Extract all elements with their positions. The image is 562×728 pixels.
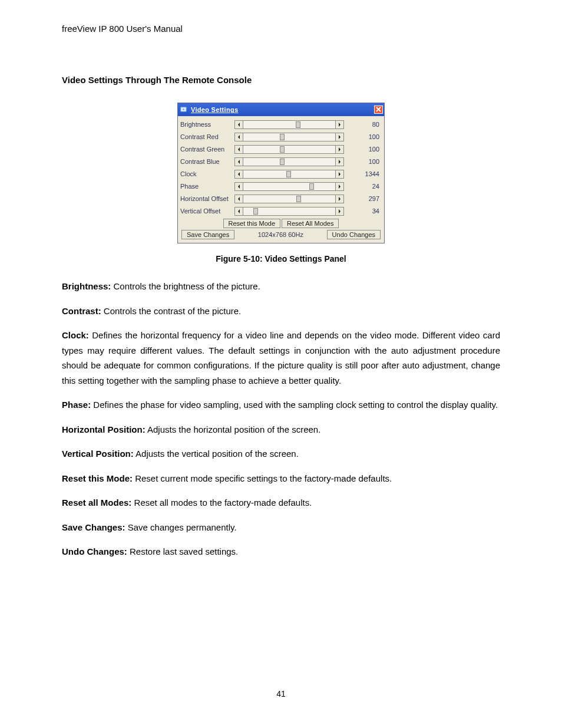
term-resetall: Reset all Modes: — [62, 498, 131, 508]
slider-thumb[interactable] — [309, 183, 314, 190]
slider-thumb[interactable] — [280, 146, 285, 153]
reset-this-mode-button[interactable]: Reset this Mode — [223, 219, 280, 228]
slider-label: Contrast Green — [180, 146, 234, 153]
text-resetmode: Reset current mode specific settings to … — [133, 473, 392, 483]
slider-track[interactable] — [243, 182, 335, 191]
slider-value: 100 — [344, 133, 382, 140]
section-title: Video Settings Through The Remote Consol… — [62, 75, 500, 85]
arrow-right-icon[interactable] — [335, 170, 344, 179]
para-contrast: Contrast: Controls the contrast of the p… — [62, 304, 500, 319]
svg-point-1 — [183, 108, 184, 110]
slider-track[interactable] — [243, 133, 335, 141]
slider-value: 80 — [344, 121, 382, 128]
slider[interactable] — [234, 195, 344, 203]
video-settings-panel: Video Settings Brightness80Contrast Red1… — [177, 103, 385, 243]
text-resetall: Reset all modes to the factory-made defa… — [131, 498, 312, 508]
slider[interactable] — [234, 182, 344, 191]
mode-label: 1024x768 60Hz — [234, 231, 326, 238]
para-undo: Undo Changes: Restore last saved setting… — [62, 544, 500, 559]
text-hpos: Adjusts the horizontal position of the s… — [146, 424, 321, 434]
term-contrast: Contrast: — [62, 306, 101, 316]
slider-value: 297 — [344, 195, 382, 202]
slider-track[interactable] — [243, 157, 335, 166]
text-phase: Defines the phase for video sampling, us… — [91, 400, 498, 410]
slider[interactable] — [234, 133, 344, 141]
slider[interactable] — [234, 207, 344, 216]
slider-value: 24 — [344, 183, 382, 190]
close-icon — [376, 107, 381, 113]
slider-row: Phase24 — [180, 180, 382, 192]
slider-row: Vertical Offset34 — [180, 205, 382, 217]
arrow-right-icon[interactable] — [335, 182, 344, 191]
arrow-right-icon[interactable] — [335, 145, 344, 154]
text-undo: Restore last saved settings. — [127, 546, 238, 556]
slider-value: 100 — [344, 158, 382, 165]
text-brightness: Controls the brightness of the picture. — [111, 281, 260, 291]
term-phase: Phase: — [62, 400, 91, 410]
slider-row: Clock1344 — [180, 168, 382, 180]
para-phase: Phase: Defines the phase for video sampl… — [62, 397, 500, 413]
term-vpos: Vertical Position: — [62, 449, 134, 459]
para-save: Save Changes: Save changes permanently. — [62, 520, 500, 535]
slider-row: Contrast Blue100 — [180, 156, 382, 167]
slider-thumb[interactable] — [296, 196, 301, 202]
arrow-right-icon[interactable] — [335, 157, 344, 166]
arrow-left-icon[interactable] — [234, 195, 243, 203]
reset-all-modes-button[interactable]: Reset All Modes — [282, 219, 339, 228]
slider-track[interactable] — [243, 195, 335, 203]
slider-thumb[interactable] — [296, 121, 300, 128]
slider-track[interactable] — [243, 120, 335, 129]
para-resetmode: Reset this Mode: Reset current mode spec… — [62, 471, 500, 486]
slider-track[interactable] — [243, 207, 335, 216]
arrow-right-icon[interactable] — [335, 195, 344, 203]
figure-caption: Figure 5-10: Video Settings Panel — [62, 254, 500, 263]
slider-label: Brightness — [180, 121, 234, 128]
text-save: Save changes permanently. — [125, 522, 237, 532]
slider[interactable] — [234, 170, 344, 179]
slider-row: Horizontal Offset297 — [180, 193, 382, 205]
arrow-left-icon[interactable] — [234, 157, 243, 166]
slider-row: Contrast Red100 — [180, 131, 382, 143]
slider-row: Contrast Green100 — [180, 143, 382, 155]
close-button[interactable] — [374, 106, 383, 114]
slider-thumb[interactable] — [280, 159, 285, 165]
arrow-left-icon[interactable] — [234, 145, 243, 154]
arrow-left-icon[interactable] — [234, 120, 243, 129]
para-hpos: Horizontal Position: Adjusts the horizon… — [62, 422, 500, 437]
running-head: freeView IP 800 User's Manual — [62, 24, 500, 34]
slider-label: Contrast Blue — [180, 158, 234, 165]
arrow-right-icon[interactable] — [335, 120, 344, 129]
slider[interactable] — [234, 120, 344, 129]
term-undo: Undo Changes: — [62, 546, 127, 556]
undo-changes-button[interactable]: Undo Changes — [327, 230, 381, 239]
para-resetall: Reset all Modes: Reset all modes to the … — [62, 495, 500, 510]
slider-thumb[interactable] — [253, 208, 258, 215]
text-clock: Defines the horizontal frequency for a v… — [62, 330, 500, 386]
text-contrast: Controls the contrast of the picture. — [101, 306, 242, 316]
arrow-left-icon[interactable] — [234, 170, 243, 179]
slider-thumb[interactable] — [280, 134, 285, 140]
slider-track[interactable] — [243, 170, 335, 179]
arrow-right-icon[interactable] — [335, 133, 344, 141]
para-clock: Clock: Defines the horizontal frequency … — [62, 328, 500, 388]
slider-thumb[interactable] — [286, 171, 291, 177]
para-brightness: Brightness: Controls the brightness of t… — [62, 279, 500, 294]
arrow-left-icon[interactable] — [234, 182, 243, 191]
slider-label: Horizontal Offset — [180, 195, 234, 202]
slider[interactable] — [234, 157, 344, 166]
slider-row: Brightness80 — [180, 118, 382, 130]
slider-value: 34 — [344, 207, 382, 215]
slider[interactable] — [234, 145, 344, 154]
slider-track[interactable] — [243, 145, 335, 154]
slider-value: 100 — [344, 146, 382, 153]
titlebar: Video Settings — [178, 103, 384, 116]
term-resetmode: Reset this Mode: — [62, 473, 133, 483]
arrow-right-icon[interactable] — [335, 207, 344, 216]
arrow-left-icon[interactable] — [234, 133, 243, 141]
arrow-left-icon[interactable] — [234, 207, 243, 216]
term-clock: Clock: — [62, 330, 89, 340]
save-changes-button[interactable]: Save Changes — [181, 230, 234, 239]
term-brightness: Brightness: — [62, 281, 111, 291]
panel-body: Brightness80Contrast Red100Contrast Gree… — [178, 116, 384, 243]
term-save: Save Changes: — [62, 522, 125, 532]
